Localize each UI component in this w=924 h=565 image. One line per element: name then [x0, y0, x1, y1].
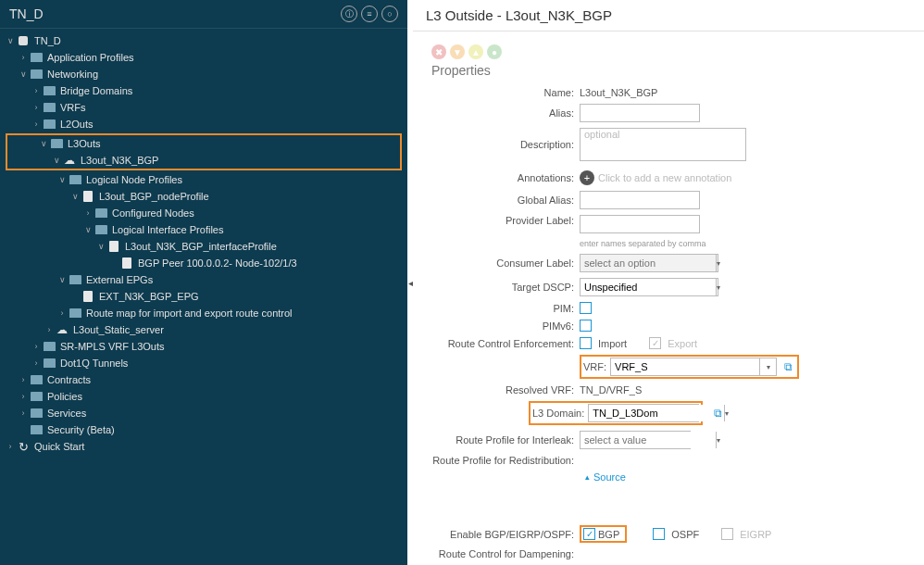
tree-l3outs[interactable]: ∨L3Outs: [7, 135, 400, 152]
ospf-checkbox[interactable]: [653, 528, 665, 540]
interleak-select[interactable]: [581, 432, 716, 448]
folder-icon: [43, 358, 56, 369]
folder-icon: [50, 138, 63, 149]
cloud-icon: [56, 324, 69, 335]
tree-services[interactable]: ›Services: [0, 405, 407, 421]
target-dscp-select[interactable]: [581, 279, 716, 295]
label-vrf: VRF:: [583, 361, 610, 372]
label-l3-domain: L3 Domain:: [532, 408, 588, 419]
cloud-icon: [63, 155, 76, 166]
tree-quick-start[interactable]: ›Quick Start: [0, 438, 407, 455]
doc-icon: [81, 191, 94, 202]
properties-heading: Properties: [431, 63, 905, 78]
fault-minor-icon[interactable]: ▲: [468, 44, 483, 59]
tree-vrfs[interactable]: ›VRFs: [0, 99, 407, 116]
label-dampening: Route Control for Dampening:: [431, 548, 580, 559]
label-enable-protocols: Enable BGP/EIGRP/OSPF:: [431, 529, 580, 540]
tree-networking[interactable]: ∨Networking: [0, 66, 407, 82]
tree-bridge-domains[interactable]: ›Bridge Domains: [0, 82, 407, 99]
label-global-alias: Global Alias:: [431, 195, 580, 206]
tree-bgp-nodeprofile[interactable]: ∨L3out_BGP_nodeProfile: [0, 188, 407, 205]
tree-app-profiles[interactable]: ›Application Profiles: [0, 49, 407, 66]
folder-icon: [30, 374, 43, 385]
sidebar: TN_D ⓘ ≡ ○ ∨TN_D ›Application Profiles ∨…: [0, 0, 407, 565]
pimv6-checkbox[interactable]: [580, 320, 592, 332]
global-alias-input[interactable]: [580, 191, 700, 209]
tree-l3out-n3k-bgp[interactable]: ∨L3out_N3K_BGP: [7, 152, 400, 169]
bgp-checkbox[interactable]: [583, 528, 595, 540]
tree-security[interactable]: Security (Beta): [0, 421, 407, 438]
tree-bgp-peer[interactable]: BGP Peer 100.0.0.2- Node-102/1/3: [0, 255, 407, 271]
pim-checkbox[interactable]: [580, 302, 592, 314]
tree-logical-interface-profiles[interactable]: ∨Logical Interface Profiles: [0, 221, 407, 238]
add-annotation-button[interactable]: +: [580, 170, 594, 185]
folder-icon: [69, 274, 81, 285]
label-name: Name:: [431, 87, 580, 98]
quickstart-icon: [17, 441, 30, 452]
folder-icon: [30, 69, 43, 80]
status-indicators: ✖ ▼ ▲ ●: [431, 44, 905, 59]
doc-icon: [81, 291, 94, 302]
annotation-hint: Click to add a new annotation: [598, 172, 731, 183]
folder-icon: [30, 424, 43, 435]
tree-root[interactable]: ∨TN_D: [0, 32, 407, 49]
label-alias: Alias:: [431, 107, 580, 119]
fault-warning-icon[interactable]: ●: [487, 44, 502, 59]
tenant-icon: [17, 35, 30, 46]
label-provider-label: Provider Label:: [431, 215, 580, 226]
import-checkbox[interactable]: [580, 337, 592, 349]
folder-icon: [30, 408, 43, 419]
content-title: L3 Outside - L3out_N3K_BGP: [413, 0, 924, 31]
label-resolved-vrf: Resolved VRF:: [431, 384, 580, 396]
tree-l2outs[interactable]: ›L2Outs: [0, 116, 407, 132]
label-interleak: Route Profile for Interleak:: [431, 434, 580, 446]
tree-external-epgs[interactable]: ∨External EPGs: [0, 271, 407, 288]
doc-icon: [107, 241, 120, 252]
tree-policies[interactable]: ›Policies: [0, 388, 407, 405]
chevron-down-icon[interactable]: ▾: [716, 279, 720, 295]
consumer-label-select[interactable]: [581, 255, 716, 271]
label-target-dscp: Target DSCP:: [431, 282, 580, 293]
open-external-icon[interactable]: ⧉: [780, 359, 795, 374]
tree-dot1q[interactable]: ›Dot1Q Tunnels: [0, 355, 407, 371]
label-route-control: Route Control Enforcement:: [431, 338, 580, 349]
resolved-vrf-value: TN_D/VRF_S: [580, 384, 642, 396]
provider-label-input[interactable]: [580, 215, 700, 233]
tenant-title: TN_D: [9, 6, 341, 21]
doc-icon: [120, 257, 133, 269]
header-icon-3[interactable]: ○: [381, 6, 398, 22]
alias-input[interactable]: [580, 104, 700, 122]
collapse-up-icon: ▴: [585, 472, 590, 482]
header-icon-2[interactable]: ≡: [361, 6, 378, 22]
source-toggle[interactable]: ▴ Source: [585, 471, 905, 483]
label-consumer-label: Consumer Label:: [431, 257, 580, 269]
tree-sr-mpls[interactable]: ›SR-MPLS VRF L3Outs: [0, 338, 407, 355]
tree-logical-node-profiles[interactable]: ∨Logical Node Profiles: [0, 171, 407, 188]
tree-interface-profile[interactable]: ∨L3out_N3K_BGP_interfaceProfile: [0, 238, 407, 255]
l3-domain-select[interactable]: [589, 405, 724, 421]
tree-route-map[interactable]: ›Route map for import and export route c…: [0, 305, 407, 321]
label-redist: Route Profile for Redistribution:: [431, 455, 580, 466]
tree-contracts[interactable]: ›Contracts: [0, 371, 407, 388]
folder-icon: [94, 224, 107, 235]
fault-major-icon[interactable]: ▼: [450, 44, 465, 59]
label-annotations: Annotations:: [431, 172, 580, 183]
folder-icon: [69, 174, 81, 185]
vrf-select[interactable]: [611, 358, 759, 375]
header-icon-1[interactable]: ⓘ: [341, 6, 357, 22]
tree-l3out-static[interactable]: ›L3out_Static_server: [0, 321, 407, 338]
eigrp-checkbox[interactable]: [721, 528, 733, 540]
tree-configured-nodes[interactable]: ›Configured Nodes: [0, 205, 407, 221]
chevron-down-icon[interactable]: ▾: [759, 358, 776, 375]
fault-critical-icon[interactable]: ✖: [431, 44, 446, 59]
chevron-down-icon[interactable]: ▾: [716, 432, 720, 448]
provider-label-helper: enter names separated by comma: [580, 239, 706, 248]
chevron-down-icon[interactable]: ▾: [716, 255, 720, 271]
open-external-icon[interactable]: ⧉: [710, 406, 725, 421]
sidebar-header: TN_D ⓘ ≡ ○: [0, 0, 407, 29]
folder-icon: [43, 119, 56, 130]
label-description: Description:: [431, 139, 580, 150]
export-checkbox[interactable]: [649, 337, 661, 349]
tree-ext-epg[interactable]: EXT_N3K_BGP_EPG: [0, 288, 407, 305]
description-input[interactable]: [580, 128, 746, 161]
